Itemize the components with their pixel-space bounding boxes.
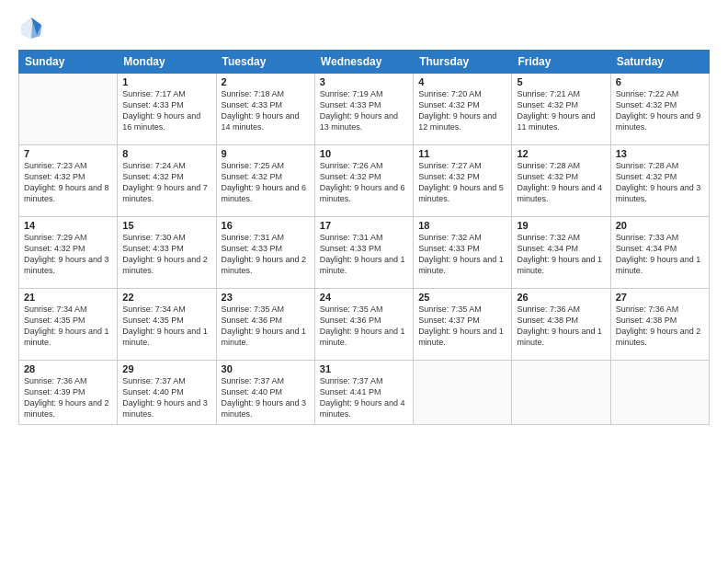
- calendar-cell: 21Sunrise: 7:34 AMSunset: 4:35 PMDayligh…: [19, 289, 118, 361]
- calendar-cell: 25Sunrise: 7:35 AMSunset: 4:37 PMDayligh…: [414, 289, 512, 361]
- calendar-week-5: 28Sunrise: 7:36 AMSunset: 4:39 PMDayligh…: [19, 361, 710, 425]
- calendar-cell: 11Sunrise: 7:27 AMSunset: 4:32 PMDayligh…: [414, 145, 512, 217]
- day-info: Sunrise: 7:35 AMSunset: 4:37 PMDaylight:…: [418, 304, 506, 349]
- calendar-cell: 9Sunrise: 7:25 AMSunset: 4:32 PMDaylight…: [216, 145, 314, 217]
- day-number: 14: [24, 220, 112, 231]
- day-info: Sunrise: 7:26 AMSunset: 4:32 PMDaylight:…: [320, 160, 408, 205]
- day-info: Sunrise: 7:21 AMSunset: 4:32 PMDaylight:…: [517, 88, 605, 133]
- calendar-table: SundayMondayTuesdayWednesdayThursdayFrid…: [18, 50, 710, 425]
- day-number: 30: [222, 363, 310, 374]
- calendar-cell: [512, 361, 610, 425]
- weekday-monday: Monday: [118, 51, 216, 74]
- day-info: Sunrise: 7:36 AMSunset: 4:38 PMDaylight:…: [517, 304, 605, 349]
- day-number: 23: [222, 292, 310, 303]
- calendar-cell: 28Sunrise: 7:36 AMSunset: 4:39 PMDayligh…: [19, 361, 118, 425]
- day-number: 5: [517, 76, 605, 87]
- calendar-cell: 19Sunrise: 7:32 AMSunset: 4:34 PMDayligh…: [512, 217, 610, 289]
- day-info: Sunrise: 7:34 AMSunset: 4:35 PMDaylight:…: [24, 304, 112, 349]
- day-number: 4: [418, 76, 506, 87]
- weekday-wednesday: Wednesday: [314, 51, 413, 74]
- day-number: 10: [320, 148, 408, 159]
- day-number: 26: [517, 292, 605, 303]
- day-number: 12: [517, 148, 605, 159]
- day-info: Sunrise: 7:19 AMSunset: 4:33 PMDaylight:…: [320, 88, 408, 133]
- weekday-header-row: SundayMondayTuesdayWednesdayThursdayFrid…: [19, 51, 710, 74]
- calendar-cell: 7Sunrise: 7:23 AMSunset: 4:32 PMDaylight…: [19, 145, 118, 217]
- header: [18, 15, 710, 40]
- calendar-cell: 3Sunrise: 7:19 AMSunset: 4:33 PMDaylight…: [314, 74, 413, 145]
- calendar-cell: 29Sunrise: 7:37 AMSunset: 4:40 PMDayligh…: [118, 361, 216, 425]
- day-info: Sunrise: 7:27 AMSunset: 4:32 PMDaylight:…: [418, 160, 506, 205]
- calendar-week-1: 1Sunrise: 7:17 AMSunset: 4:33 PMDaylight…: [19, 74, 710, 145]
- weekday-sunday: Sunday: [19, 51, 118, 74]
- day-info: Sunrise: 7:28 AMSunset: 4:32 PMDaylight:…: [517, 160, 605, 205]
- calendar-cell: 15Sunrise: 7:30 AMSunset: 4:33 PMDayligh…: [118, 217, 216, 289]
- day-info: Sunrise: 7:31 AMSunset: 4:33 PMDaylight:…: [320, 232, 408, 277]
- day-info: Sunrise: 7:31 AMSunset: 4:33 PMDaylight:…: [222, 232, 310, 277]
- calendar-cell: 1Sunrise: 7:17 AMSunset: 4:33 PMDaylight…: [118, 74, 216, 145]
- calendar-cell: 27Sunrise: 7:36 AMSunset: 4:38 PMDayligh…: [610, 289, 709, 361]
- day-number: 19: [517, 220, 605, 231]
- day-info: Sunrise: 7:29 AMSunset: 4:32 PMDaylight:…: [24, 232, 112, 277]
- calendar-cell: 16Sunrise: 7:31 AMSunset: 4:33 PMDayligh…: [216, 217, 314, 289]
- calendar-cell: 13Sunrise: 7:28 AMSunset: 4:32 PMDayligh…: [610, 145, 709, 217]
- calendar-cell: 31Sunrise: 7:37 AMSunset: 4:41 PMDayligh…: [314, 361, 413, 425]
- day-info: Sunrise: 7:33 AMSunset: 4:34 PMDaylight:…: [616, 232, 704, 277]
- day-info: Sunrise: 7:34 AMSunset: 4:35 PMDaylight:…: [122, 304, 210, 349]
- day-info: Sunrise: 7:25 AMSunset: 4:32 PMDaylight:…: [222, 160, 310, 205]
- day-number: 1: [122, 76, 210, 87]
- day-number: 15: [122, 220, 210, 231]
- day-number: 22: [122, 292, 210, 303]
- logo-icon: [18, 15, 44, 40]
- day-info: Sunrise: 7:24 AMSunset: 4:32 PMDaylight:…: [122, 160, 210, 205]
- calendar-cell: 5Sunrise: 7:21 AMSunset: 4:32 PMDaylight…: [512, 74, 610, 145]
- calendar-cell: [19, 74, 118, 145]
- day-info: Sunrise: 7:28 AMSunset: 4:32 PMDaylight:…: [616, 160, 704, 205]
- weekday-friday: Friday: [512, 51, 610, 74]
- day-number: 2: [222, 76, 310, 87]
- page: SundayMondayTuesdayWednesdayThursdayFrid…: [0, 0, 728, 563]
- calendar-cell: 12Sunrise: 7:28 AMSunset: 4:32 PMDayligh…: [512, 145, 610, 217]
- day-info: Sunrise: 7:32 AMSunset: 4:34 PMDaylight:…: [517, 232, 605, 277]
- calendar-week-3: 14Sunrise: 7:29 AMSunset: 4:32 PMDayligh…: [19, 217, 710, 289]
- calendar-cell: 20Sunrise: 7:33 AMSunset: 4:34 PMDayligh…: [610, 217, 709, 289]
- day-number: 11: [418, 148, 506, 159]
- day-info: Sunrise: 7:18 AMSunset: 4:33 PMDaylight:…: [222, 88, 310, 133]
- calendar-cell: 23Sunrise: 7:35 AMSunset: 4:36 PMDayligh…: [216, 289, 314, 361]
- day-number: 24: [320, 292, 408, 303]
- day-info: Sunrise: 7:37 AMSunset: 4:41 PMDaylight:…: [320, 375, 408, 420]
- day-info: Sunrise: 7:37 AMSunset: 4:40 PMDaylight:…: [222, 375, 310, 420]
- day-number: 20: [616, 220, 704, 231]
- day-number: 3: [320, 76, 408, 87]
- logo: [18, 15, 48, 40]
- day-number: 8: [122, 148, 210, 159]
- calendar-cell: 14Sunrise: 7:29 AMSunset: 4:32 PMDayligh…: [19, 217, 118, 289]
- calendar-cell: 17Sunrise: 7:31 AMSunset: 4:33 PMDayligh…: [314, 217, 413, 289]
- day-number: 6: [616, 76, 704, 87]
- day-number: 18: [418, 220, 506, 231]
- day-number: 21: [24, 292, 112, 303]
- day-info: Sunrise: 7:36 AMSunset: 4:38 PMDaylight:…: [616, 304, 704, 349]
- day-info: Sunrise: 7:23 AMSunset: 4:32 PMDaylight:…: [24, 160, 112, 205]
- day-info: Sunrise: 7:17 AMSunset: 4:33 PMDaylight:…: [122, 88, 210, 133]
- day-number: 13: [616, 148, 704, 159]
- day-info: Sunrise: 7:30 AMSunset: 4:33 PMDaylight:…: [122, 232, 210, 277]
- day-info: Sunrise: 7:35 AMSunset: 4:36 PMDaylight:…: [222, 304, 310, 349]
- weekday-saturday: Saturday: [610, 51, 709, 74]
- calendar-cell: 30Sunrise: 7:37 AMSunset: 4:40 PMDayligh…: [216, 361, 314, 425]
- day-info: Sunrise: 7:32 AMSunset: 4:33 PMDaylight:…: [418, 232, 506, 277]
- calendar-cell: 6Sunrise: 7:22 AMSunset: 4:32 PMDaylight…: [610, 74, 709, 145]
- day-info: Sunrise: 7:35 AMSunset: 4:36 PMDaylight:…: [320, 304, 408, 349]
- calendar-cell: 26Sunrise: 7:36 AMSunset: 4:38 PMDayligh…: [512, 289, 610, 361]
- weekday-thursday: Thursday: [414, 51, 512, 74]
- day-info: Sunrise: 7:22 AMSunset: 4:32 PMDaylight:…: [616, 88, 704, 133]
- calendar-cell: 4Sunrise: 7:20 AMSunset: 4:32 PMDaylight…: [414, 74, 512, 145]
- day-number: 27: [616, 292, 704, 303]
- calendar-cell: 2Sunrise: 7:18 AMSunset: 4:33 PMDaylight…: [216, 74, 314, 145]
- day-number: 31: [320, 363, 408, 374]
- day-number: 16: [222, 220, 310, 231]
- weekday-tuesday: Tuesday: [216, 51, 314, 74]
- day-info: Sunrise: 7:20 AMSunset: 4:32 PMDaylight:…: [418, 88, 506, 133]
- calendar-cell: 8Sunrise: 7:24 AMSunset: 4:32 PMDaylight…: [118, 145, 216, 217]
- day-number: 17: [320, 220, 408, 231]
